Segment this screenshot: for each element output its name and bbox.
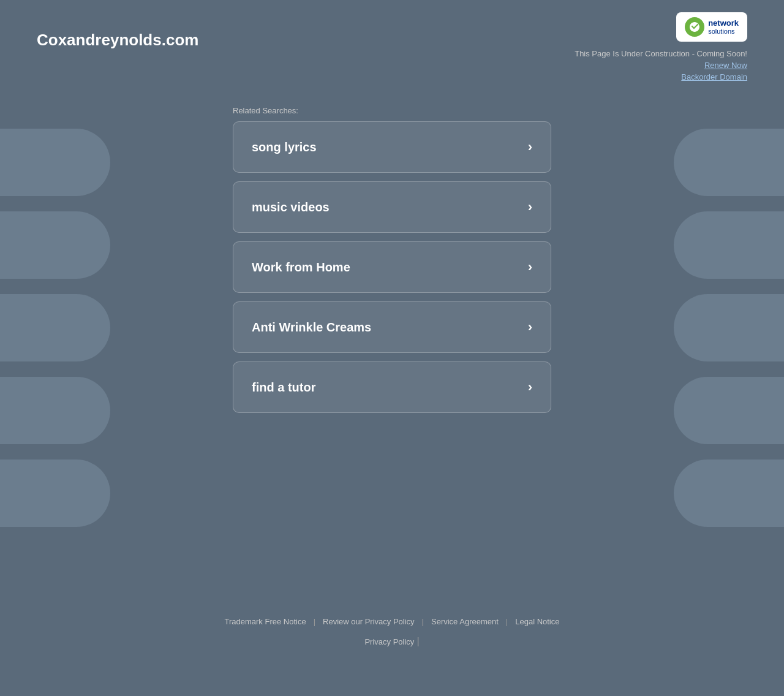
- search-card[interactable]: find a tutor›: [233, 361, 551, 413]
- backorder-domain-link[interactable]: Backorder Domain: [681, 72, 747, 81]
- chevron-right-icon: ›: [528, 199, 532, 215]
- decorative-pill-left-2: [0, 211, 110, 279]
- network-solutions-logo[interactable]: network solutions: [676, 12, 747, 42]
- chevron-right-icon: ›: [528, 259, 532, 275]
- decorative-pill-right-1: [674, 129, 784, 196]
- related-searches-label: Related Searches:: [233, 106, 551, 115]
- chevron-right-icon: ›: [528, 379, 532, 395]
- header-right: network solutions This Page Is Under Con…: [575, 12, 747, 81]
- footer-privacy-row: Privacy Policy|: [364, 636, 419, 647]
- footer-link[interactable]: Legal Notice: [508, 617, 567, 626]
- privacy-policy-link[interactable]: Privacy Policy: [364, 637, 414, 646]
- decorative-pill-left-4: [0, 377, 110, 444]
- network-solutions-text: network solutions: [708, 18, 739, 36]
- decorative-pill-right-3: [674, 294, 784, 361]
- search-card[interactable]: Anti Wrinkle Creams›: [233, 301, 551, 353]
- search-card[interactable]: Work from Home›: [233, 241, 551, 293]
- decorative-pill-left-3: [0, 294, 110, 361]
- search-card-label: song lyrics: [252, 140, 317, 154]
- footer-link[interactable]: Trademark Free Notice: [217, 617, 313, 626]
- search-card-label: find a tutor: [252, 380, 315, 395]
- chevron-right-icon: ›: [528, 319, 532, 335]
- search-cards-container: song lyrics›music videos›Work from Home›…: [233, 121, 551, 422]
- footer-link[interactable]: Service Agreement: [424, 617, 506, 626]
- search-card[interactable]: song lyrics›: [233, 121, 551, 173]
- header: Coxandreynolds.com network solutions Thi…: [0, 0, 784, 94]
- search-card-label: Work from Home: [252, 260, 350, 274]
- renew-now-link[interactable]: Renew Now: [704, 61, 747, 70]
- decorative-pill-right-2: [674, 211, 784, 279]
- footer-links: Trademark Free Notice|Review our Privacy…: [217, 617, 567, 626]
- site-title[interactable]: Coxandreynolds.com: [37, 12, 198, 50]
- under-construction-text: This Page Is Under Construction - Coming…: [575, 49, 747, 58]
- footer-link[interactable]: Review our Privacy Policy: [315, 617, 422, 626]
- footer: Trademark Free Notice|Review our Privacy…: [0, 617, 784, 647]
- decorative-pill-left-5: [0, 460, 110, 527]
- network-solutions-icon: [685, 17, 704, 37]
- search-card-label: music videos: [252, 200, 330, 214]
- main-content: Related Searches: song lyrics›music vide…: [0, 94, 784, 446]
- search-card-label: Anti Wrinkle Creams: [252, 320, 371, 335]
- decorative-pill-right-4: [674, 377, 784, 444]
- decorative-pill-right-5: [674, 460, 784, 527]
- decorative-pill-left-1: [0, 129, 110, 196]
- search-card[interactable]: music videos›: [233, 181, 551, 233]
- chevron-right-icon: ›: [528, 139, 532, 155]
